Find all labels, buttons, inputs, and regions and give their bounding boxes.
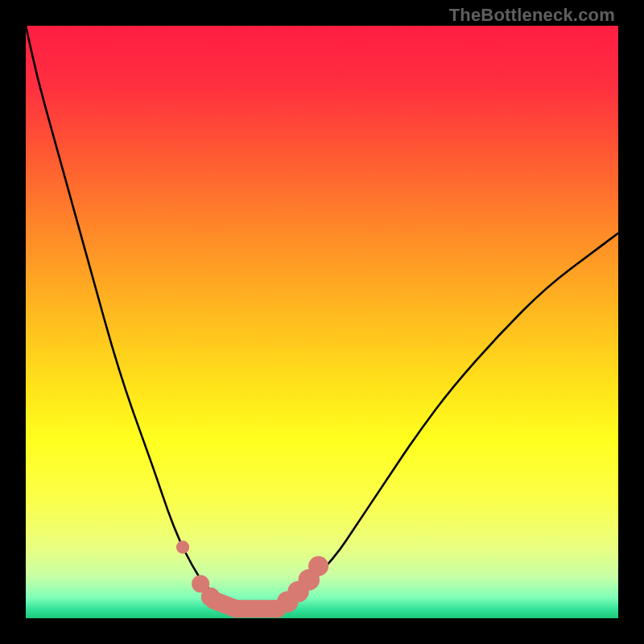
curve-path	[26, 26, 618, 608]
curve-markers	[176, 541, 328, 613]
marker-dot	[176, 541, 189, 554]
plot-area	[26, 26, 618, 618]
marker-dot	[308, 556, 328, 576]
chart-frame: TheBottleneck.com	[0, 0, 644, 644]
bottleneck-curve	[26, 26, 618, 618]
watermark-text: TheBottleneck.com	[449, 5, 615, 26]
